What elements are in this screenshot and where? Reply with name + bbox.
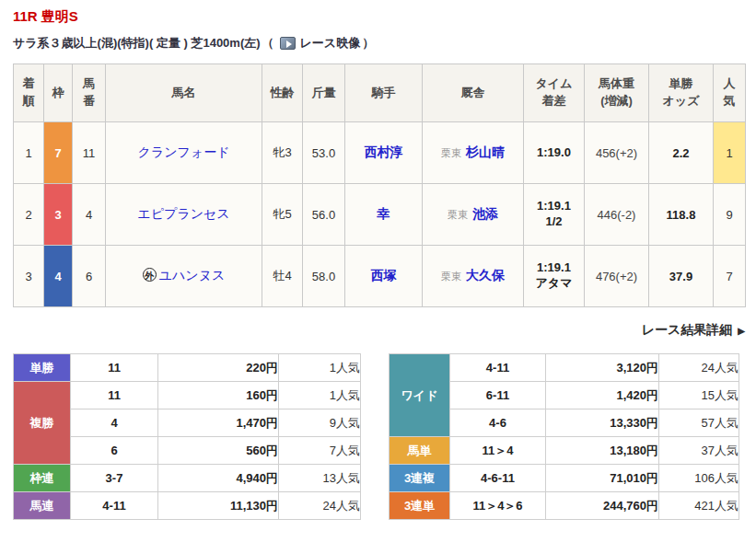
trainer-link[interactable]: 大久保 — [466, 268, 505, 283]
payout-ninki: 106人気 — [659, 465, 739, 492]
payout-row-umaren: 馬連 4-11 11,130円 24人気 — [14, 492, 361, 520]
payout-row-wakuren: 枠連 3-7 4,940円 13人気 — [14, 465, 361, 492]
right-triangle-icon: ▶ — [738, 326, 745, 336]
race-result-page: 11R 豊明S サラ系３歳以上(混)(特指)( 定量 ) 芝1400m(左) （… — [0, 0, 756, 520]
horse-name-link[interactable]: クランフォード — [138, 144, 230, 159]
time-margin-cell: 1:19.1 アタマ — [524, 246, 585, 307]
ninki-cell: 1 — [714, 122, 746, 184]
horse-weight-cell: 456(+2) — [585, 122, 649, 184]
stable-cell: 栗東杉山晴 — [423, 122, 524, 184]
payout-amount: 4,940円 — [158, 465, 279, 492]
payout-amount: 560円 — [158, 437, 279, 465]
payout-ninki: 24人気 — [279, 492, 361, 520]
foreign-horse-mark: 外 — [143, 268, 157, 282]
payout-amount: 244,760円 — [546, 492, 659, 520]
table-row: 3 4 6 外ユハンヌス 牡4 58.0 西塚 栗東大久保 1:19.1 アタマ… — [14, 246, 746, 307]
payout-row-sanrenpuku: 3連複 4-6-11 71,010円 106人気 — [390, 465, 739, 492]
payout-ninki: 15人気 — [659, 382, 739, 409]
odds-cell: 118.8 — [649, 184, 714, 246]
col-header-ninki: 人 気 — [714, 64, 746, 122]
umaban-cell: 6 — [73, 246, 106, 307]
jockey-link[interactable]: 西村淳 — [365, 144, 403, 159]
race-conditions-text: サラ系３歳以上(混)(特指)( 定量 ) 芝1400m(左) — [13, 35, 261, 52]
odds-cell: 37.9 — [649, 246, 714, 307]
jockey-cell: 西塚 — [345, 246, 423, 307]
payout-combo: 3-7 — [71, 465, 158, 492]
time-margin-cell: 1:19.0 — [524, 122, 585, 184]
result-header-row: 着 順 枠 馬 番 馬名 性齢 斤量 騎手 厩舎 タイム 着差 馬体重 (増減)… — [14, 64, 746, 122]
payout-row-tansho: 単勝 11 220円 1人気 — [14, 354, 361, 382]
payout-type-tansho: 単勝 — [14, 354, 71, 382]
trainer-link[interactable]: 池添 — [472, 206, 498, 221]
col-header-jockey: 騎手 — [345, 64, 423, 122]
payout-combo: 4-11 — [450, 354, 546, 382]
payout-row-fukusho: 複勝 11 160円 1人気 — [14, 382, 361, 409]
payout-ninki: 13人気 — [279, 465, 361, 492]
col-header-horse: 馬名 — [106, 64, 262, 122]
umaban-cell: 4 — [73, 184, 106, 246]
payout-type-umaren: 馬連 — [14, 492, 71, 520]
jockey-link[interactable]: 西塚 — [371, 268, 397, 283]
detail-link-row: レース結果詳細▶ — [13, 321, 745, 339]
payout-amount: 11,130円 — [158, 492, 279, 520]
payout-ninki: 421人気 — [659, 492, 739, 520]
stable-cell: 栗東大久保 — [423, 246, 524, 307]
payout-section: 単勝 11 220円 1人気 複勝 11 160円 1人気 4 1,470円 9… — [13, 353, 743, 520]
race-video-label: レース映像 — [300, 35, 361, 52]
payout-amount: 220円 — [158, 354, 279, 382]
col-header-waku: 枠 — [44, 64, 73, 122]
rank-cell: 3 — [14, 246, 44, 307]
payout-combo: 11 — [71, 354, 158, 382]
jockey-cell: 西村淳 — [345, 122, 423, 184]
payout-amount: 1,470円 — [158, 409, 279, 437]
rank-cell: 2 — [14, 184, 44, 246]
payout-ninki: 24人気 — [659, 354, 739, 382]
col-header-sexage: 性齢 — [262, 64, 303, 122]
ninki-cell: 9 — [714, 184, 746, 246]
carried-weight-cell: 58.0 — [303, 246, 345, 307]
trainer-link[interactable]: 杉山晴 — [466, 144, 505, 159]
waku-cell: 3 — [44, 184, 73, 246]
payout-row-umatan: 馬単 11＞4 13,180円 37人気 — [390, 437, 739, 465]
race-result-table: 着 順 枠 馬 番 馬名 性齢 斤量 騎手 厩舎 タイム 着差 馬体重 (増減)… — [13, 63, 746, 307]
payout-ninki: 37人気 — [659, 437, 739, 465]
race-video-link[interactable]: レース映像 — [276, 35, 361, 52]
payout-ninki: 9人気 — [279, 409, 361, 437]
jockey-link[interactable]: 幸 — [378, 206, 390, 221]
payout-ninki: 57人気 — [659, 409, 739, 437]
table-row: 2 3 4 エピプランセス 牝5 56.0 幸 栗東池添 1:19.1 1/2 … — [14, 184, 746, 246]
payout-combo: 4 — [71, 409, 158, 437]
payout-type-sanrenpuku: 3連複 — [390, 465, 450, 492]
waku-cell: 7 — [44, 122, 73, 184]
payout-type-wakuren: 枠連 — [14, 465, 71, 492]
jockey-cell: 幸 — [345, 184, 423, 246]
payout-combo: 6 — [71, 437, 158, 465]
carried-weight-cell: 56.0 — [303, 184, 345, 246]
carried-weight-cell: 53.0 — [303, 122, 345, 184]
payout-combo: 11 — [71, 382, 158, 409]
payout-ninki: 1人気 — [279, 354, 361, 382]
payout-table-right: ワイド 4-11 3,120円 24人気 6-11 1,420円 15人気 4-… — [389, 353, 739, 520]
payout-amount: 3,120円 — [546, 354, 659, 382]
payout-type-umatan: 馬単 — [390, 437, 450, 465]
horse-weight-cell: 476(+2) — [585, 246, 649, 307]
col-header-time: タイム 着差 — [524, 64, 585, 122]
payout-type-wide: ワイド — [390, 354, 450, 437]
payout-ninki: 1人気 — [279, 382, 361, 409]
odds-cell: 2.2 — [649, 122, 714, 184]
payout-combo: 4-6 — [450, 409, 546, 437]
payout-combo: 4-6-11 — [450, 465, 546, 492]
payout-combo: 11＞4＞6 — [450, 492, 546, 520]
ninki-cell: 7 — [714, 246, 746, 307]
horse-name-link[interactable]: エピプランセス — [137, 206, 229, 221]
horse-weight-cell: 446(-2) — [585, 184, 649, 246]
race-result-detail-link[interactable]: レース結果詳細▶ — [642, 322, 745, 337]
payout-ninki: 7人気 — [279, 437, 361, 465]
stable-region-label: 栗東 — [448, 209, 468, 220]
sexage-cell: 牝3 — [262, 122, 303, 184]
waku-cell: 4 — [44, 246, 73, 307]
horse-name-link[interactable]: ユハンヌス — [159, 268, 226, 283]
col-header-horseweight: 馬体重 (増減) — [585, 64, 649, 122]
video-paren-close: ） — [362, 35, 374, 52]
payout-type-sanrentan: 3連単 — [390, 492, 450, 520]
